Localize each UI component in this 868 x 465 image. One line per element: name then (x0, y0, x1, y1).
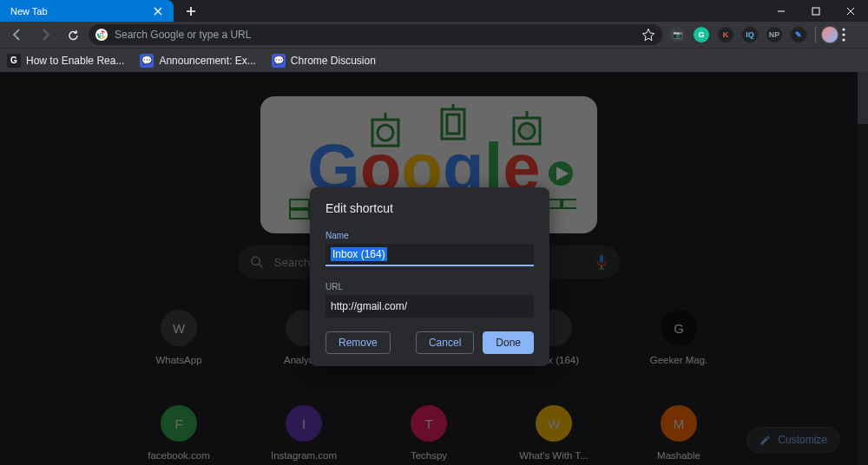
grammarly-icon[interactable]: G (694, 27, 709, 43)
window-controls (764, 0, 868, 22)
profile-avatar[interactable] (821, 26, 838, 43)
dialog-title: Edit shortcut (310, 201, 549, 215)
browser-toolbar: Search Google or type a URL 📷GKIQNP✎ (0, 22, 868, 48)
bookmark-item[interactable]: GHow to Enable Rea... (7, 54, 124, 68)
bookmark-favicon: G (7, 54, 21, 68)
close-window-button[interactable] (833, 0, 868, 22)
address-bar[interactable]: Search Google or type a URL (89, 24, 662, 45)
chrome-menu-button[interactable] (842, 28, 863, 42)
bookmark-item[interactable]: 💬Announcement: Ex... (140, 54, 255, 68)
bookmark-label: Chrome Discusion (291, 55, 376, 67)
close-tab-icon[interactable] (151, 4, 165, 18)
maximize-button[interactable] (799, 0, 833, 22)
forward-button[interactable] (33, 23, 57, 47)
address-bar-text: Search Google or type a URL (115, 29, 635, 41)
name-input[interactable]: Inbox (164) (326, 244, 534, 266)
bookmark-favicon: 💬 (140, 54, 154, 68)
np-ext-icon[interactable]: NP (766, 27, 782, 43)
cancel-button[interactable]: Cancel (416, 331, 474, 354)
k-ext-icon[interactable]: K (718, 27, 733, 43)
svg-point-4 (842, 28, 845, 30)
bookmark-star-icon[interactable] (641, 28, 655, 42)
toolbar-separator (815, 27, 816, 43)
name-field: Name Inbox (164) (310, 231, 549, 266)
reload-button[interactable] (61, 23, 85, 47)
bookmarks-bar: GHow to Enable Rea...💬Announcement: Ex..… (0, 48, 868, 72)
camera-icon[interactable]: 📷 (669, 27, 685, 43)
back-button[interactable] (5, 23, 30, 47)
bookmark-label: How to Enable Rea... (26, 55, 124, 67)
bookmark-favicon: 💬 (272, 54, 286, 68)
bookmark-label: Announcement: Ex... (159, 55, 255, 67)
iq-ext-icon[interactable]: IQ (742, 27, 758, 43)
minimize-button[interactable] (764, 0, 799, 22)
browser-tab[interactable]: New Tab (0, 0, 174, 22)
site-identity-icon (95, 29, 108, 41)
done-button[interactable]: Done (483, 331, 534, 354)
edit-shortcut-dialog: Edit shortcut Name Inbox (164) URL http:… (310, 187, 549, 366)
bookmark-item[interactable]: 💬Chrome Discusion (272, 54, 376, 68)
name-field-label: Name (326, 231, 534, 240)
url-field-label: URL (326, 282, 534, 291)
tab-title: New Tab (10, 6, 48, 16)
pen-ext-icon[interactable]: ✎ (791, 27, 806, 43)
svg-point-5 (842, 33, 845, 36)
svg-rect-0 (812, 8, 819, 15)
extensions-area: 📷GKIQNP✎ (666, 27, 810, 43)
svg-point-6 (842, 38, 845, 41)
window-titlebar: New Tab (0, 0, 868, 22)
url-input-value: http://gmail.com/ (331, 300, 407, 312)
remove-button[interactable]: Remove (326, 331, 391, 354)
name-input-value: Inbox (164) (331, 247, 387, 261)
new-tab-button[interactable] (179, 0, 203, 22)
url-input[interactable]: http://gmail.com/ (326, 295, 534, 318)
url-field: URL http://gmail.com/ (310, 282, 549, 318)
dialog-actions: Remove Cancel Done (310, 318, 549, 354)
svg-point-3 (101, 34, 103, 36)
